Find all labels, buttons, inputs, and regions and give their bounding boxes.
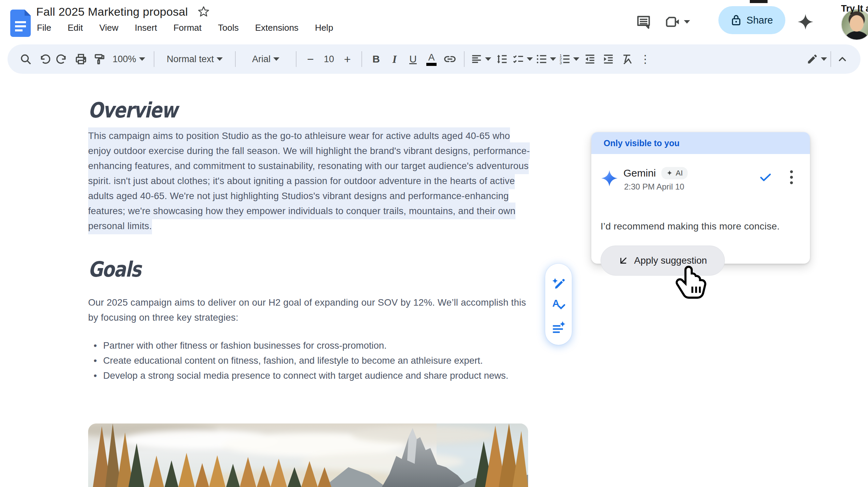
numbered-list-button[interactable]: 1 2 3: [559, 49, 579, 69]
font-select[interactable]: Arial: [242, 49, 290, 69]
ai-badge: AI: [661, 167, 688, 179]
chevron-down-icon: [485, 57, 491, 61]
suggestion-text: I’d recommend making this more concise.: [601, 221, 780, 232]
align-button[interactable]: [471, 49, 491, 69]
clear-formatting-button[interactable]: [619, 49, 635, 69]
proofread-icon[interactable]: A: [550, 296, 567, 312]
search-menus-button[interactable]: [18, 49, 33, 69]
toolbar-divider: [830, 51, 831, 67]
menu-bar: File Edit View Insert Format Tools Exten…: [36, 21, 334, 34]
checklist-button[interactable]: [512, 49, 533, 69]
toolbar-divider: [296, 51, 297, 67]
sparkle-icon: [666, 170, 673, 177]
share-button-label: Share: [746, 15, 773, 26]
hide-menus-button[interactable]: [835, 49, 850, 69]
gemini-side-toolbar: A: [545, 264, 572, 345]
paint-format-button[interactable]: [92, 49, 107, 69]
toolbar-divider: [154, 51, 154, 67]
menu-help[interactable]: Help: [314, 21, 334, 34]
chevron-down-icon: [821, 57, 827, 61]
print-button[interactable]: [73, 49, 89, 69]
gemini-avatar-icon: [601, 169, 618, 187]
selected-text: This campaign aims to position Studio as…: [88, 127, 530, 234]
editing-mode-button[interactable]: [807, 49, 827, 69]
try-it-watermark: Try It at: [841, 3, 868, 14]
menu-view[interactable]: View: [99, 21, 119, 34]
bulleted-list-button[interactable]: [536, 49, 556, 69]
lock-icon: [731, 14, 742, 26]
undo-button[interactable]: [36, 49, 52, 69]
underline-button[interactable]: U: [405, 49, 421, 69]
more-options-icon[interactable]: [785, 169, 798, 185]
share-button[interactable]: Share: [718, 6, 785, 34]
bold-button[interactable]: B: [368, 49, 384, 69]
help-me-write-icon[interactable]: [550, 273, 567, 290]
goals-paragraph[interactable]: Our 2025 campaign aims to deliver on our…: [88, 295, 532, 325]
redo-button[interactable]: [55, 49, 70, 69]
app-header: Fall 2025 Marketing proposal File Edit V…: [0, 0, 868, 44]
paragraph-style-value: Normal text: [167, 54, 214, 65]
text-color-swatch: [426, 63, 437, 66]
menu-extensions[interactable]: Extensions: [254, 21, 299, 34]
italic-button[interactable]: I: [387, 49, 402, 69]
join-call-button[interactable]: [665, 13, 693, 31]
chevron-down-icon: [217, 57, 223, 61]
toolbar-divider: [361, 51, 362, 67]
chevron-down-icon: [527, 57, 533, 61]
increase-indent-button[interactable]: [601, 49, 616, 69]
menu-format[interactable]: Format: [173, 21, 202, 34]
google-docs-window: Fall 2025 Marketing proposal File Edit V…: [0, 0, 868, 487]
hand-cursor: [676, 264, 710, 301]
toolbar-divider: [464, 51, 465, 67]
overview-paragraph[interactable]: This campaign aims to position Studio as…: [88, 128, 532, 234]
more-options-button[interactable]: ⋮: [637, 49, 653, 69]
svg-text:A: A: [552, 297, 560, 309]
list-item[interactable]: Create educational content on fitness, f…: [89, 353, 534, 368]
card-visibility-banner: Only visible to you: [591, 132, 810, 154]
goals-heading: Goals: [88, 257, 141, 282]
north-west-arrow-icon: [618, 255, 629, 266]
menu-insert[interactable]: Insert: [134, 21, 158, 34]
toolbar-divider: [235, 51, 236, 67]
overview-heading: Overview: [88, 98, 177, 123]
comment-author: Gemini: [623, 167, 656, 179]
insert-link-button[interactable]: [442, 49, 458, 69]
apply-suggestion-label: Apply suggestion: [634, 255, 707, 266]
chevron-down-icon: [684, 20, 690, 24]
star-icon[interactable]: [197, 5, 210, 18]
zoom-select[interactable]: 100%: [110, 49, 148, 69]
font-name-value: Arial: [252, 54, 271, 65]
menu-tools[interactable]: Tools: [217, 21, 239, 34]
gemini-suggestion-card: Only visible to you Gemini AI: [591, 132, 810, 264]
comments-button[interactable]: [635, 13, 652, 31]
apply-suggestion-button[interactable]: Apply suggestion: [601, 246, 725, 276]
font-size-value[interactable]: 10: [321, 49, 337, 69]
chevron-down-icon: [139, 57, 145, 61]
summarize-icon[interactable]: [550, 319, 567, 335]
mountain-landscape-image[interactable]: [88, 423, 528, 487]
comment-timestamp: 2:30 PM April 10: [624, 182, 684, 192]
google-docs-logo-icon[interactable]: [10, 10, 31, 37]
gemini-sparkle-icon[interactable]: [797, 13, 814, 31]
visibility-label: Only visible to you: [604, 138, 679, 148]
svg-text:3: 3: [560, 61, 562, 65]
chevron-down-icon: [273, 57, 279, 61]
list-item[interactable]: Develop a strong social media presence t…: [89, 368, 534, 383]
decrease-indent-button[interactable]: [582, 49, 598, 69]
zoom-value: 100%: [112, 54, 136, 65]
goals-bullet-list: Partner with other fitness or fashion bu…: [89, 338, 534, 383]
text-color-button[interactable]: A: [424, 49, 439, 69]
paragraph-style-select[interactable]: Normal text: [161, 49, 229, 69]
decrease-font-size-button[interactable]: −: [303, 49, 318, 69]
menu-edit[interactable]: Edit: [67, 21, 84, 34]
formatting-toolbar: 100% Normal text Arial − 10 + B I U A: [8, 44, 860, 74]
document-title[interactable]: Fall 2025 Marketing proposal: [36, 5, 188, 18]
menu-file[interactable]: File: [36, 21, 52, 34]
list-item[interactable]: Partner with other fitness or fashion bu…: [89, 338, 534, 353]
increase-font-size-button[interactable]: +: [340, 49, 355, 69]
chevron-down-icon: [550, 57, 556, 61]
resolve-check-icon[interactable]: [759, 170, 772, 184]
top-edge-artifact: [750, 0, 768, 3]
chevron-down-icon: [573, 57, 579, 61]
line-spacing-button[interactable]: [494, 49, 510, 69]
